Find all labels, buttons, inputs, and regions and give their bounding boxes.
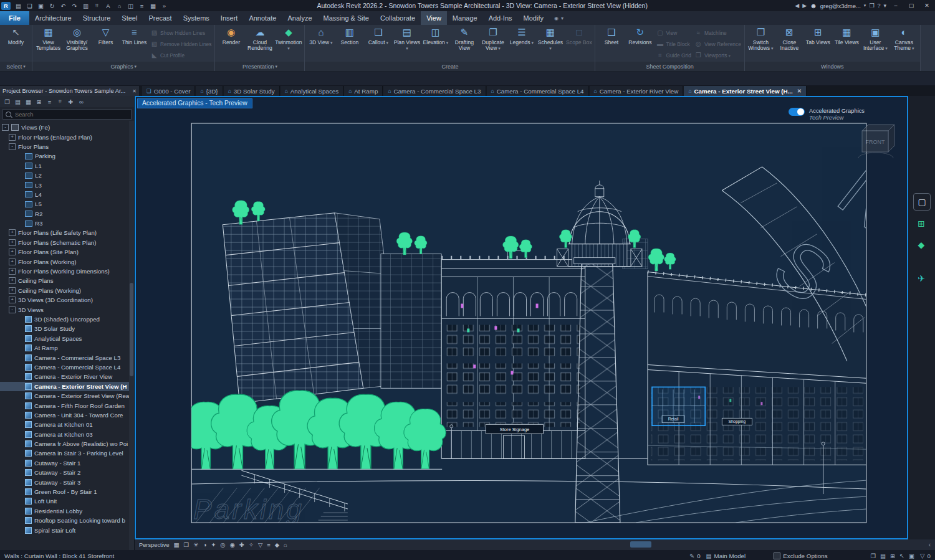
back-icon[interactable]: ◀ [795, 2, 799, 9]
ribbon-tab-manage[interactable]: Manage [447, 11, 483, 25]
ribbon-tab-massing-site[interactable]: Massing & Site [318, 11, 375, 25]
view-tab-camera-commercial-space-l3[interactable]: ⌂Camera - Commercial Space L3 [383, 86, 486, 96]
tree-item-parking[interactable]: +Parking [0, 151, 134, 161]
search-input[interactable] [14, 111, 128, 118]
3d-view-button[interactable]: ⌂3D View ▾ [307, 26, 335, 45]
legends-button[interactable]: ☰Legends ▾ [507, 26, 535, 45]
minimize-button[interactable]: – [889, 2, 902, 9]
tab-views-button[interactable]: ⊞Tab Views [804, 26, 832, 45]
tree-item-l5[interactable]: +L5 [0, 199, 134, 209]
tree-item-camera-exterior-street-view-rea[interactable]: +Camera - Exterior Street View (Rea [0, 391, 134, 401]
file-tab[interactable]: File [0, 11, 29, 25]
tile-views-button[interactable]: ▦Tile Views [833, 26, 861, 45]
panel-label-graphics[interactable]: Graphics ▾ [32, 62, 214, 71]
search-box[interactable] [2, 109, 132, 120]
tree-item-camera-fifth-floor-roof-garden[interactable]: +Camera - Fifth Floor Roof Garden [0, 401, 134, 410]
canvas-theme-button[interactable]: ◐Canvas Theme ▾ [890, 26, 918, 52]
collapse-arrow-icon[interactable]: ‹ [929, 541, 931, 548]
worksharing-icon[interactable]: ❐ [871, 553, 876, 559]
ribbon-tab-analyze[interactable]: Analyze [282, 11, 317, 25]
ribbon-tab-insert[interactable]: Insert [215, 11, 244, 25]
tree-expander-icon[interactable]: + [9, 259, 16, 265]
drafting-view-button[interactable]: ✎Drafting View [450, 26, 478, 52]
tree-item-r2[interactable]: +R2 [0, 209, 134, 219]
visibility-graphics-button[interactable]: ◎Visibility/ Graphics [63, 26, 91, 52]
undo-icon[interactable]: ↶ [58, 1, 69, 11]
sketchy-lines-icon[interactable]: ✦ [211, 541, 216, 548]
tree-item-l2[interactable]: +L2 [0, 171, 134, 180]
save-icon[interactable]: ▣ [36, 1, 46, 11]
view-scale-label[interactable]: Perspective [139, 542, 170, 548]
tree-item-cutaway-stair-1[interactable]: +Cutaway - Stair 1 [0, 458, 134, 468]
tree-item-3d-solar-study[interactable]: +3D Solar Study [0, 324, 134, 333]
tree-item-residential-lobby[interactable]: +Residential Lobby [0, 506, 134, 516]
user-interface-button[interactable]: ▣User Interface ▾ [861, 26, 889, 52]
tree-item-camera-unit-304-toward-core[interactable]: +Camera - Unit 304 - Toward Core [0, 411, 134, 420]
analytical-model-icon[interactable]: ✚ [239, 541, 244, 548]
grid-icon[interactable]: ⌗ [56, 98, 64, 105]
tree-expander-icon[interactable]: + [9, 277, 16, 284]
tree-expander-icon[interactable]: - [9, 143, 16, 150]
lattice-tower[interactable] [574, 258, 620, 523]
measure-icon[interactable]: ⌗ [92, 1, 102, 11]
tree-expander-icon[interactable]: + [9, 134, 16, 141]
views-list-icon[interactable]: ❐ [3, 98, 11, 105]
filters-button[interactable]: ▽Filters [92, 26, 120, 45]
redo-icon[interactable]: ↷ [69, 1, 80, 11]
forward-icon[interactable]: ▶ [802, 2, 807, 9]
tree-item-floor-plans[interactable]: -Floor Plans [0, 142, 134, 151]
add-icon[interactable]: ✚ [67, 98, 75, 105]
tree-item-green-roof-by-stair-1[interactable]: +Green Roof - By Stair 1 [0, 487, 134, 496]
tree-expander-icon[interactable]: + [9, 287, 16, 294]
center-brick-building[interactable]: Store Signage [441, 251, 585, 459]
shadows-icon[interactable]: ◑ [203, 541, 207, 548]
switch-windows-button[interactable]: ❐Switch Windows ▾ [747, 26, 775, 52]
user-interface-icon[interactable]: ▦ [148, 1, 158, 11]
crop-view-icon[interactable]: ❒ [184, 541, 189, 548]
mid-building[interactable] [381, 254, 441, 389]
design-options-icon[interactable]: ▤ [880, 553, 886, 559]
elevation-button[interactable]: ◫Elevation ▾ [421, 26, 449, 45]
constraints-icon[interactable]: ✧ [249, 541, 254, 548]
reveal-hidden-icon[interactable]: ◉ [230, 541, 235, 548]
tree-item-ceiling-plans-working[interactable]: +Ceiling Plans (Working) [0, 286, 134, 295]
tree-item-rooftop-seating-looking-toward-b[interactable]: +Rooftop Seating Looking toward b [0, 516, 134, 525]
view-button[interactable]: ▢View [654, 28, 693, 39]
select-links-icon[interactable]: ⊞ [890, 553, 895, 559]
ribbon-tab-collaborate[interactable]: Collaborate [375, 11, 421, 25]
tree-item-3d-views-3d-coordination[interactable]: +3D Views (3D Coordination) [0, 295, 134, 305]
temporary-hide-icon[interactable]: ◎ [220, 541, 225, 548]
twinmotion-button[interactable]: ◆Twinmotion ▾ [274, 26, 302, 52]
exclude-options-toggle[interactable]: Exclude Options [774, 553, 827, 559]
filter-icon[interactable]: ▽ [258, 541, 262, 548]
panel-label-select[interactable]: Select ▾ [0, 62, 32, 71]
view-tab-camera-exterior-river-view[interactable]: ⌂Camera - Exterior River View [590, 86, 684, 96]
tree-scrollbar-thumb[interactable] [130, 283, 133, 376]
home-view-icon[interactable]: ⌂ [284, 541, 287, 548]
left-glass-tower[interactable] [223, 213, 400, 404]
right-arcade-building[interactable]: Retail Shopping [648, 272, 866, 465]
tree-item-views-fe[interactable]: -Views (Fe) [0, 123, 134, 132]
select-pins-icon[interactable]: ↖ [899, 553, 904, 559]
thin-lines-button[interactable]: ≡Thin Lines [120, 26, 148, 45]
revit-logo[interactable]: R [1, 2, 11, 10]
panel-label-create[interactable]: Create [305, 62, 595, 71]
tree-item-camera-exterior-street-view-h[interactable]: +Camera - Exterior Street View (H [0, 382, 134, 391]
view-tab-camera-exterior-street-view-h[interactable]: ⌂Camera - Exterior Street View (H...✕ [684, 86, 807, 96]
help-icon[interactable]: ? [877, 2, 880, 9]
tree-item-camera-at-kitchen-03[interactable]: +Camera at Kitchen 03 [0, 430, 134, 439]
tree-expander-icon[interactable]: + [9, 229, 16, 236]
selected-storefront[interactable] [652, 387, 705, 425]
viewcube-front-face[interactable]: FRONT [866, 139, 885, 145]
ribbon-tab-systems[interactable]: Systems [178, 11, 215, 25]
model-box-icon[interactable]: ▢ [913, 193, 931, 211]
tree-expander-icon[interactable]: + [9, 268, 16, 275]
schedules-button[interactable]: ▦Schedules ▾ [536, 26, 564, 52]
title-block-button[interactable]: ▬Title Block [654, 39, 693, 50]
families-icon[interactable]: ⊞ [35, 98, 43, 105]
sync-icon[interactable]: ↻ [47, 1, 57, 11]
tree-item-floor-plans-working-dimensions[interactable]: +Floor Plans (Working Dimensions) [0, 267, 134, 276]
sheets-icon[interactable]: ▤ [14, 98, 22, 105]
section-icon[interactable]: ◫ [125, 1, 136, 11]
duplicate-view-button[interactable]: ❐Duplicate View ▾ [479, 26, 507, 52]
